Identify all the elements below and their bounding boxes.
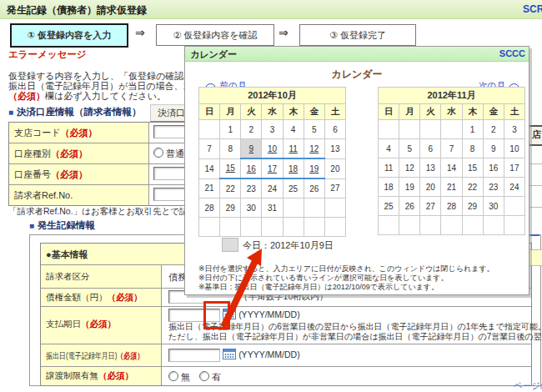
branch-select-button-fragment[interactable]: 店 <box>528 125 542 146</box>
calendar-day: 10 <box>504 139 524 158</box>
requester-ref-label: 請求者Ref.No. <box>9 185 149 205</box>
calendar-day[interactable]: 10 <box>262 139 283 159</box>
calendar-day: 9 <box>483 139 504 158</box>
calendar-day-empty <box>304 199 324 218</box>
branch-code-label: 支店コード（必須） <box>9 123 149 143</box>
calendar-day[interactable]: 9 <box>241 139 262 159</box>
account-type-label: 口座種別（必須） <box>9 143 149 163</box>
calendar-day: 21 <box>441 178 462 197</box>
due-date-label: 支払期日（必須） <box>41 307 162 344</box>
calendar-day: 7 <box>441 139 462 158</box>
calendar-day: 21 <box>199 178 220 199</box>
weekday-header: 土 <box>504 104 524 120</box>
transfer-limit-yes-radio[interactable] <box>199 371 209 381</box>
section-square-icon: ■ <box>8 108 13 117</box>
table-line-fragment <box>528 207 542 208</box>
calendar-day-empty <box>283 199 304 218</box>
issue-date-input[interactable] <box>168 349 220 362</box>
account-type-option: 普通 <box>166 148 184 158</box>
calendar-day[interactable]: 12 <box>304 139 324 159</box>
calendar-day[interactable]: 11 <box>283 139 304 159</box>
calendar-day: 28 <box>441 197 462 216</box>
calendar-note-2: ※日付の下に表示されている青いラインが選択可能な日を表しています。 <box>198 274 449 283</box>
calendar-day: 28 <box>199 199 220 218</box>
calendar-day: 25 <box>379 197 399 216</box>
calendar-day: 8 <box>220 139 241 159</box>
calendar-day: 3 <box>262 120 283 139</box>
weekday-header: 日 <box>379 104 399 120</box>
calendar-day: 31 <box>262 199 283 218</box>
calendar-day: 30 <box>483 197 504 216</box>
calendar-day[interactable]: 16 <box>241 158 262 178</box>
weekday-header: 水 <box>441 104 462 120</box>
issue-date-format: (YYYY/MM/DD) <box>238 349 300 359</box>
calendar-day: 27 <box>420 197 441 216</box>
calendar-day: 26 <box>304 178 324 199</box>
weekday-header: 木 <box>462 104 483 120</box>
weekday-header: 金 <box>483 104 504 120</box>
calendar-day-empty <box>283 218 304 237</box>
record-section-title: ■発生記録情報 <box>29 219 95 232</box>
calendar-day-empty <box>324 218 345 237</box>
calendar-day[interactable]: 19 <box>304 158 324 178</box>
section-square-icon: ■ <box>29 221 34 230</box>
calendar-popup-title: カレンダー <box>190 48 237 61</box>
calendar-day[interactable]: 17 <box>262 158 283 178</box>
calendar-day: 24 <box>504 178 524 197</box>
page-top-link[interactable]: ページの <box>514 380 542 392</box>
calendar-day: 29 <box>462 197 483 216</box>
calendar-month-october: 2012年10月日月火水木金土1234567891011121314151617… <box>198 87 346 237</box>
calendar-day: 4 <box>379 139 399 158</box>
calendar-day-empty <box>399 120 420 139</box>
calendar-note-3: ※基準日：振出日（電子記録年月日）は2012/10/09で表示しています。 <box>198 283 439 292</box>
calendar-day: 7 <box>199 139 220 159</box>
calendar-popup: カレンダー SCCC カレンダー ◀ 前の月 次の月 ▶ 2012年10月日月火… <box>184 46 529 295</box>
calendar-day: 23 <box>241 178 262 199</box>
weekday-header: 火 <box>241 104 262 120</box>
required-note: 欄は必ず入力してください。 <box>45 91 166 101</box>
transfer-limit-none-radio[interactable] <box>168 371 178 381</box>
calendar-day: 30 <box>241 199 262 218</box>
calendar-day: 16 <box>483 158 504 178</box>
step-3-complete: ③ 仮登録完了 <box>299 24 416 46</box>
calendar-day: 26 <box>399 197 420 216</box>
due-date-calendar-icon[interactable] <box>223 309 236 319</box>
link-fragment <box>529 234 539 236</box>
issue-date-calendar-icon[interactable] <box>223 349 236 359</box>
screen-id: SCR <box>523 3 542 15</box>
calendar-day[interactable]: 18 <box>283 158 304 178</box>
step-2-confirm: ② 仮登録内容を確認 <box>156 24 274 46</box>
calendar-day: 20 <box>420 178 441 197</box>
calendar-day-empty <box>241 218 262 237</box>
due-date-input[interactable] <box>168 309 220 322</box>
transfer-limit-label: 譲渡制限有無（必須） <box>41 367 162 385</box>
requester-type-label: 請求者区分 <box>41 265 162 288</box>
calendar-day[interactable]: 15 <box>220 158 241 178</box>
page-header: 発生記録（債務者）請求仮登録 SCR <box>0 0 542 19</box>
calendar-day: 4 <box>283 120 304 139</box>
calendar-day-empty <box>483 216 504 235</box>
calendar-day: 29 <box>220 199 241 218</box>
month-title: 2012年10月 <box>199 88 346 104</box>
table-row: 譲渡制限有無（必須） 無 有 <box>41 367 531 385</box>
settlement-section-title: ■決済口座情報（請求者情報） <box>8 106 142 118</box>
calendar-day-empty <box>441 120 462 139</box>
calendar-day: 13 <box>420 158 441 178</box>
account-type-radio[interactable] <box>153 148 163 158</box>
calendar-day-empty <box>379 216 399 235</box>
table-line-fragment <box>528 163 542 164</box>
transfer-limit-cell: 無 有 <box>162 367 529 385</box>
calendar-day: 8 <box>462 139 483 158</box>
calendar-day-empty <box>199 218 220 237</box>
calendar-day-empty <box>441 216 462 235</box>
error-message-heading: エラーメッセージ <box>8 48 87 61</box>
calendar-day: 12 <box>399 158 420 178</box>
yellow-cell-fragment <box>528 249 542 266</box>
table-row: 支払期日（必須） (YYYY/MM/DD) 振出日（電子記録年月日）の6営業日後… <box>41 307 531 344</box>
calendar-day-empty <box>199 120 220 139</box>
calendar-day: 14 <box>441 158 462 178</box>
error-line-3: （必須）欄は必ず入力してください。 <box>8 90 166 103</box>
calendar-day-empty <box>462 216 483 235</box>
today-legend-text: 今日：2012年10月9日 <box>243 239 334 252</box>
table-row: 振出日(電子記録年月日)（必須） (YYYY/MM/DD) <box>41 344 531 367</box>
